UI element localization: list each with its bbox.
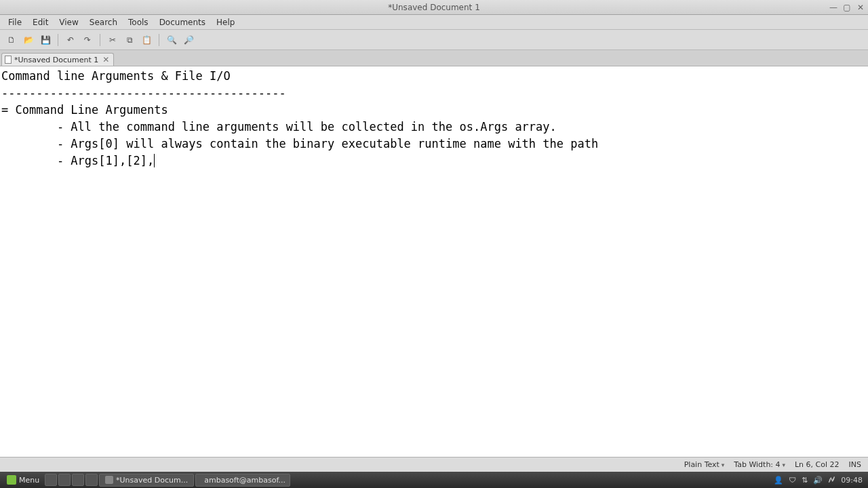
- menu-file[interactable]: File: [3, 16, 27, 28]
- terminal-launcher[interactable]: [72, 474, 84, 486]
- user-icon[interactable]: 👤: [774, 476, 783, 485]
- tab-close-button[interactable]: ✕: [102, 55, 109, 64]
- close-button[interactable]: ✕: [856, 3, 865, 12]
- insert-mode[interactable]: INS: [849, 460, 861, 469]
- cursor-position: Ln 6, Col 22: [795, 460, 840, 469]
- taskbar-item-editor[interactable]: *Unsaved Docum...: [99, 474, 194, 487]
- browser-launcher[interactable]: [85, 474, 98, 486]
- mint-logo-icon: [7, 475, 16, 485]
- minimize-button[interactable]: —: [829, 3, 838, 12]
- taskbar: Menu *Unsaved Docum... ambasoft@ambasof.…: [0, 472, 868, 488]
- titlebar: *Unsaved Document 1 — ▢ ✕: [0, 0, 868, 15]
- undo-button[interactable]: ↶: [63, 33, 78, 47]
- menu-documents[interactable]: Documents: [154, 16, 211, 28]
- cut-button[interactable]: ✂: [105, 33, 120, 47]
- taskbar-item-terminal[interactable]: ambasoft@ambasof...: [195, 474, 290, 487]
- taskbar-item-label: *Unsaved Docum...: [116, 476, 188, 485]
- toolbar-separator: [58, 34, 58, 46]
- text-editor[interactable]: Command line Arguments & File I/O ------…: [0, 66, 868, 457]
- tabbar: *Unsaved Document 1 ✕: [0, 50, 868, 66]
- new-file-button[interactable]: 🗋: [4, 33, 19, 47]
- find-replace-button[interactable]: 🔎: [181, 33, 196, 47]
- menu-view[interactable]: View: [54, 16, 83, 28]
- network-icon[interactable]: ⇅: [802, 476, 808, 485]
- toolbar: 🗋 📂 💾 ↶ ↷ ✂ ⧉ 📋 🔍 🔎: [0, 30, 868, 50]
- redo-button[interactable]: ↷: [80, 33, 95, 47]
- open-file-button[interactable]: 📂: [21, 33, 36, 47]
- start-menu-label: Menu: [19, 476, 39, 485]
- editor-line: Command line Arguments & File I/O: [1, 69, 231, 83]
- editor-line: - Args[0] will always contain the binary…: [1, 137, 598, 150]
- volume-icon[interactable]: 🔊: [813, 476, 823, 485]
- editor-line: = Command Line Arguments: [1, 103, 168, 117]
- find-button[interactable]: 🔍: [164, 33, 179, 47]
- editor-line: ----------------------------------------…: [1, 86, 286, 100]
- show-desktop-button[interactable]: [45, 474, 57, 486]
- editor-line: - All the command line arguments will be…: [1, 120, 557, 134]
- document-icon: [5, 56, 12, 64]
- update-icon[interactable]: 🛡: [789, 476, 796, 485]
- maximize-button[interactable]: ▢: [842, 3, 852, 12]
- battery-icon[interactable]: 🗲: [828, 476, 835, 485]
- document-tab[interactable]: *Unsaved Document 1 ✕: [1, 53, 114, 66]
- editor-line: - Args[1],[2],: [1, 154, 154, 167]
- menu-help[interactable]: Help: [211, 16, 240, 28]
- file-manager-launcher[interactable]: [58, 474, 71, 486]
- menu-search[interactable]: Search: [84, 16, 123, 28]
- editor-icon: [105, 476, 113, 484]
- menu-edit[interactable]: Edit: [27, 16, 54, 28]
- syntax-mode-selector[interactable]: Plain Text: [684, 460, 725, 469]
- system-tray: 👤 🛡 ⇅ 🔊 🗲 09:48: [774, 476, 865, 485]
- text-cursor: [154, 154, 155, 167]
- save-file-button[interactable]: 💾: [38, 33, 53, 47]
- window-title: *Unsaved Document 1: [388, 3, 480, 12]
- menubar: File Edit View Search Tools Documents He…: [0, 15, 868, 30]
- toolbar-separator: [100, 34, 100, 46]
- paste-button[interactable]: 📋: [139, 33, 154, 47]
- clock[interactable]: 09:48: [841, 476, 863, 485]
- start-menu-button[interactable]: Menu: [3, 474, 43, 486]
- taskbar-item-label: ambasoft@ambasof...: [204, 476, 285, 485]
- tab-width-selector[interactable]: Tab Width: 4: [734, 460, 785, 469]
- toolbar-separator: [159, 34, 159, 46]
- copy-button[interactable]: ⧉: [122, 33, 137, 47]
- tab-label: *Unsaved Document 1: [14, 56, 98, 64]
- window-controls: — ▢ ✕: [829, 3, 865, 12]
- statusbar: Plain Text Tab Width: 4 Ln 6, Col 22 INS: [0, 457, 868, 472]
- menu-tools[interactable]: Tools: [123, 16, 154, 28]
